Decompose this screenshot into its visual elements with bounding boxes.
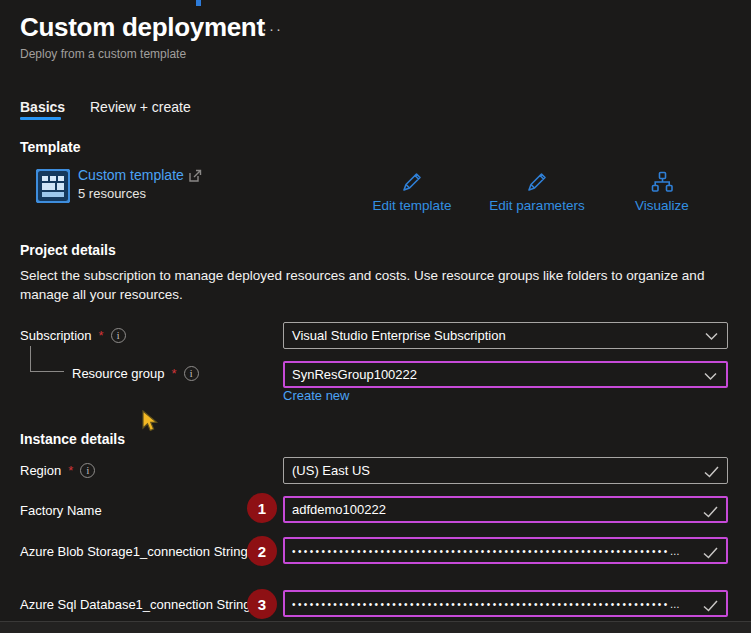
footer-strip [0,622,751,633]
page-title: Custom deployment [20,12,265,43]
visualize-label: Visualize [635,198,689,213]
page-subtitle: Deploy from a custom template [20,47,186,61]
tab-review-create[interactable]: Review + create [90,99,191,115]
custom-deployment-page: Custom deployment ··· Deploy from a cust… [0,0,751,633]
checkmark-icon [703,547,718,559]
checkmark-icon [703,506,718,518]
resource-group-dropdown[interactable]: SynResGroup100222 [283,361,728,388]
create-new-link[interactable]: Create new [283,388,349,403]
edit-parameters-button[interactable]: Edit parameters [477,171,597,213]
more-options-button[interactable]: ··· [262,20,283,37]
template-icon [36,169,70,203]
region-dropdown[interactable]: (US) East US [283,457,728,484]
sql-connection-label-text: Azure Sql Database1_connection String [20,597,251,612]
mouse-cursor-icon [142,410,159,433]
sql-connection-masked-value: ••••••••••••••••••••••••••••••••••••••••… [292,597,682,610]
template-resource-count: 5 resources [78,186,146,201]
blob-connection-label-text: Azure Blob Storage1_connection String [20,544,248,559]
visualize-button[interactable]: Visualize [602,171,722,213]
checkmark-icon [704,466,719,478]
info-icon[interactable]: i [111,328,126,343]
info-icon[interactable]: i [80,463,95,478]
project-details-heading: Project details [20,242,116,258]
custom-template-link-label: Custom template [78,167,184,183]
region-label-text: Region [20,463,61,478]
chevron-down-icon [704,372,717,381]
pencil-icon [526,171,548,193]
custom-template-link[interactable]: Custom template [78,167,202,183]
project-details-description: Select the subscription to manage deploy… [20,266,722,304]
required-asterisk: * [172,366,177,381]
sql-connection-input[interactable]: ••••••••••••••••••••••••••••••••••••••••… [283,590,728,617]
annotation-badge-3: 3 [247,589,277,619]
info-icon[interactable]: i [184,366,199,381]
required-asterisk: * [68,463,73,478]
factory-name-input[interactable]: adfdemo100222 [283,496,728,523]
resource-group-value: SynResGroup100222 [292,367,417,382]
instance-details-heading: Instance details [20,431,125,447]
factory-name-label-text: Factory Name [20,503,102,518]
checkmark-icon [703,600,718,612]
edit-parameters-label: Edit parameters [489,198,584,213]
subscription-value: Visual Studio Enterprise Subscription [292,328,506,343]
factory-name-value: adfdemo100222 [292,502,386,517]
subscription-dropdown[interactable]: Visual Studio Enterprise Subscription [283,322,728,349]
resource-group-label: Resource group * i [72,366,199,381]
template-section-heading: Template [20,139,80,155]
annotation-badge-1: 1 [247,493,277,523]
sql-connection-label: Azure Sql Database1_connection String [20,597,251,612]
annotation-badge-2: 2 [247,536,277,566]
region-label: Region * i [20,463,95,478]
resource-group-label-text: Resource group [72,366,165,381]
subscription-label-text: Subscription [20,328,92,343]
edit-template-label: Edit template [373,198,452,213]
chevron-down-icon [705,332,718,341]
tab-basics[interactable]: Basics [20,99,65,115]
blob-connection-input[interactable]: ••••••••••••••••••••••••••••••••••••••••… [283,537,728,564]
subscription-label: Subscription * i [20,328,126,343]
active-tab-indicator [20,117,61,120]
blob-connection-masked-value: ••••••••••••••••••••••••••••••••••••••••… [292,544,682,557]
top-edge-artifact [196,0,201,6]
edit-template-button[interactable]: Edit template [352,171,472,213]
required-asterisk: * [99,328,104,343]
hierarchy-icon [650,171,674,193]
subscription-resourcegroup-connector [30,346,64,372]
external-link-icon [189,169,202,182]
region-value: (US) East US [292,463,370,478]
pencil-icon [401,171,423,193]
blob-connection-label: Azure Blob Storage1_connection String [20,544,248,559]
factory-name-label: Factory Name [20,503,102,518]
